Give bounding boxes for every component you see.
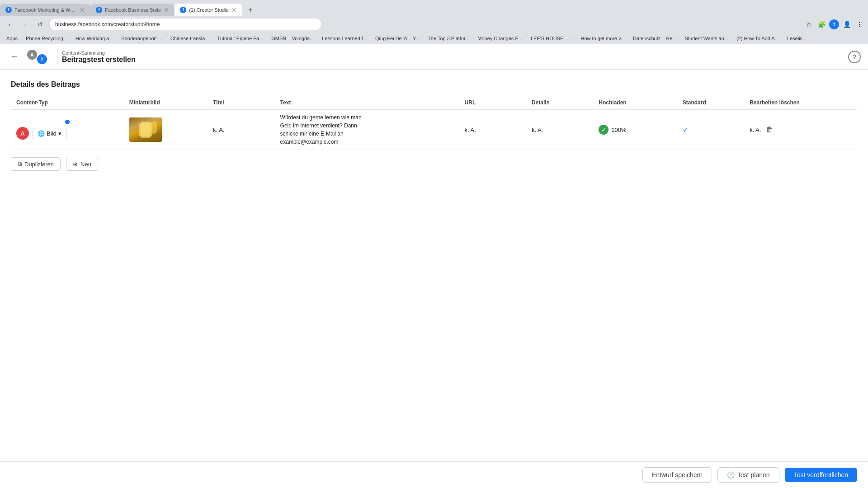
main-content: Details des Beitrags Content-Typ Miniatu… — [0, 70, 868, 461]
back-button[interactable]: ‹ — [4, 19, 15, 30]
chevron-down-icon: ▾ — [58, 130, 61, 137]
top3-label: The Top 3 Platfor... — [428, 36, 469, 41]
standard-check-icon: ✓ — [683, 126, 689, 134]
edit-value: k. A. — [750, 127, 761, 133]
address-bar[interactable] — [50, 19, 321, 30]
back-arrow-icon: ← — [10, 52, 19, 61]
howto-label: (2) How To Add A... — [736, 36, 779, 41]
bookmark-gmsn[interactable]: GMSN – Vologda... — [269, 34, 316, 43]
globe-icon: 🌐 — [38, 130, 45, 137]
tab-business-suite[interactable]: f Facebook Business Suite ✕ — [90, 4, 175, 16]
table-row: A 🌐 Bild ▾ — [11, 110, 857, 150]
publish-label: Test veröffentlichen — [794, 471, 848, 479]
money-label: Money Changes E... — [477, 36, 523, 41]
bookmark-phone[interactable]: Phone Recycling... — [23, 34, 70, 43]
new-tab-button[interactable]: + — [244, 4, 257, 16]
plan-test-button[interactable]: 🕐 Test planen — [717, 467, 779, 483]
col-header-details: Details — [526, 96, 593, 110]
tutorial-label: Tutorial: Eigene Fa... — [217, 36, 263, 41]
edit-delete-cell: k. A. 🗑 — [744, 110, 857, 150]
col-header-title: Titel — [208, 96, 274, 110]
sonder-label: Sonderangebot! ... — [121, 36, 162, 41]
new-label: Neu — [80, 161, 91, 168]
working-label: How Working a... — [75, 36, 113, 41]
page-footer: Entwurf speichern 🕐 Test planen Test ver… — [0, 461, 868, 488]
tab-title-2: Facebook Business Suite — [105, 7, 161, 13]
bookmark-icon[interactable]: ☆ — [804, 19, 814, 29]
upload-cell: ✓ 100% — [593, 110, 677, 150]
duplicate-icon: ⧉ — [18, 160, 22, 168]
row-avatar: A — [16, 127, 29, 140]
save-label: Entwurf speichern — [652, 471, 703, 479]
upload-percent: 100% — [611, 127, 626, 133]
more-label: How to get more v... — [580, 36, 625, 41]
bookmark-leselist[interactable]: Leselis... — [784, 34, 809, 43]
col-header-upload: Hochladen — [593, 96, 677, 110]
tab-title-3: (1) Creator Studio — [189, 7, 228, 13]
col-header-text: Text — [275, 96, 459, 110]
page-avatar: A — [27, 50, 37, 60]
tab-title-1: Facebook Marketing & Werb... — [14, 7, 77, 13]
bookmark-money[interactable]: Money Changes E... — [475, 34, 525, 43]
tab-favicon-3: f — [180, 7, 186, 13]
bookmark-tutorial[interactable]: Tutorial: Eigene Fa... — [214, 34, 266, 43]
menu-icon[interactable]: ⋮ — [854, 19, 864, 29]
reload-button[interactable]: ↺ — [34, 19, 46, 30]
standard-cell: ✓ — [677, 110, 744, 150]
bookmark-datenschutz[interactable]: Datenschutz – Re... — [630, 34, 679, 43]
bookmark-working[interactable]: How Working a... — [73, 34, 116, 43]
bookmark-student[interactable]: Student Wants an... — [682, 34, 731, 43]
type-select-dropdown[interactable]: 🌐 Bild ▾ — [33, 128, 66, 139]
duplicate-button[interactable]: ⧉ Duplizieren — [11, 157, 61, 171]
bookmarks-bar: Apps Phone Recycling... How Working a...… — [0, 33, 868, 44]
tab-close-3[interactable]: ✕ — [231, 6, 237, 14]
col-header-standard: Standard — [677, 96, 744, 110]
thumbnail-cell — [124, 110, 208, 150]
tab-favicon-1: f — [5, 7, 12, 13]
extensions-icon[interactable]: 🧩 — [816, 19, 826, 29]
bookmark-more[interactable]: How to get more v... — [578, 34, 627, 43]
upload-success-icon: ✓ — [599, 125, 609, 135]
tab-close-2[interactable]: ✕ — [164, 6, 169, 14]
bookmark-apps[interactable]: Apps — [4, 34, 20, 43]
help-icon: ? — [853, 53, 857, 61]
text-content: Würdest du gerne lernen wie man Geld im … — [280, 113, 371, 146]
tab-facebook-marketing[interactable]: f Facebook Marketing & Werb... ✕ — [0, 4, 90, 16]
tab-creator-studio[interactable]: f (1) Creator Studio ✕ — [175, 4, 242, 16]
save-draft-button[interactable]: Entwurf speichern — [642, 467, 712, 483]
lessons-label: Lessons Learned f... — [322, 36, 367, 41]
help-button[interactable]: ? — [848, 51, 861, 63]
plan-label: Test planen — [737, 471, 770, 479]
qing-label: Qing Fei De Yi – Y... — [375, 36, 420, 41]
bookmark-howto[interactable]: (2) How To Add A... — [734, 34, 782, 43]
back-button[interactable]: ← — [7, 50, 22, 64]
bookmark-chinese[interactable]: Chinese transla... — [168, 34, 212, 43]
bookmark-top3[interactable]: The Top 3 Platfor... — [425, 34, 472, 43]
text-cell: Würdest du gerne lernen wie man Geld im … — [275, 110, 459, 150]
forward-button[interactable]: › — [19, 19, 31, 30]
breadcrumb-area: Content-Sammlung Beitragstest erstellen — [62, 50, 136, 64]
apps-label: Apps — [6, 36, 18, 41]
fb-icon[interactable]: f — [829, 19, 839, 29]
logo-area: A f — [27, 50, 47, 64]
publish-button[interactable]: Test veröffentlichen — [785, 468, 857, 482]
lee-label: LEE'S HOUSE—... — [531, 36, 573, 41]
phone-label: Phone Recycling... — [26, 36, 67, 41]
delete-button[interactable]: 🗑 — [766, 126, 773, 133]
app-header: ← A f Content-Sammlung Beitragstest erst… — [0, 44, 868, 70]
col-header-edit: Bearbeiten löschen — [744, 96, 857, 110]
header-right: ? — [848, 51, 861, 63]
chinese-label: Chinese transla... — [170, 36, 209, 41]
bookmark-lessons[interactable]: Lessons Learned f... — [319, 34, 370, 43]
details-value: k. A. — [532, 127, 543, 133]
student-label: Student Wants an... — [685, 36, 728, 41]
new-button[interactable]: ⊕ Neu — [66, 158, 98, 171]
tab-close-1[interactable]: ✕ — [80, 6, 85, 14]
gmsn-label: GMSN – Vologda... — [271, 36, 314, 41]
profile-icon[interactable]: 👤 — [842, 19, 852, 29]
leselist-label: Leselis... — [787, 36, 807, 41]
url-value: k. A. — [465, 127, 476, 133]
bookmark-lee[interactable]: LEE'S HOUSE—... — [528, 34, 576, 43]
bookmark-sonder[interactable]: Sonderangebot! ... — [118, 34, 165, 43]
bookmark-qing[interactable]: Qing Fei De Yi – Y... — [373, 34, 422, 43]
